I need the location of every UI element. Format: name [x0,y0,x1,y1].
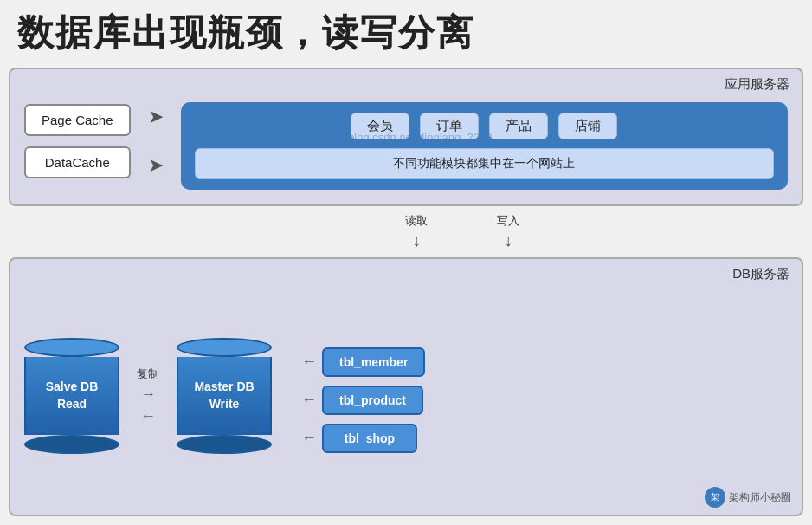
logo-text: 架构师小秘圈 [729,490,791,505]
page-title: 数据库出现瓶颈，读写分离 [9,9,803,57]
db-inner: Salve DB Read 复制 → ← [24,321,788,454]
salve-db-area: Salve DB Read [24,338,119,454]
copy-label: 复制 [137,366,159,382]
tbl-product-row: ← tbl_product [301,386,425,415]
arrow-tbl-member: ← [301,353,317,371]
arrow-icon-1: ➤ [148,106,164,128]
salve-db-label: Salve DB Read [46,379,99,412]
logo-badge: 架 架构师小秘圈 [705,487,791,508]
tbl-member-box: tbl_member [322,347,425,377]
read-label: 读取 [405,213,428,229]
master-ellipse-bottom [177,435,272,454]
salve-cylinder-body: Salve DB Read [24,357,119,435]
module-desc: 不同功能模块都集中在一个网站上 [195,148,774,179]
copy-arrows: 复制 → ← [137,366,159,425]
down-arrow-read: ↓ [412,230,421,250]
module-member: 会员 [351,113,409,139]
db-server-box: DB服务器 Salve DB Read [9,257,803,516]
tbl-shop-box: tbl_shop [322,424,417,453]
cache-column: Page Cache DataCache [24,104,131,178]
main-container: 数据库出现瓶颈，读写分离 应用服务器 Page Cache DataCache … [0,0,812,525]
salve-ellipse-top [24,338,119,357]
salve-db-cylinder: Salve DB Read [24,338,119,454]
module-product: 产品 [489,113,548,139]
down-arrow-write: ↓ [504,230,512,250]
content-area: 应用服务器 Page Cache DataCache ➤ ➤ 会员 订单 产品 … [9,68,803,516]
module-shop: 店铺 [558,113,617,139]
tbl-area: ← tbl_member ← tbl_product ← tbl_shop [301,347,425,453]
page-cache-box: Page Cache [24,104,131,136]
app-server-label: 应用服务器 [725,76,789,93]
left-arrow: ← [140,407,156,425]
arrow-icon-2: ➤ [148,154,164,177]
db-server-label: DB服务器 [732,266,789,282]
module-order: 订单 [420,113,479,139]
cache-arrows: ➤ ➤ [148,106,164,177]
master-ellipse-top [177,338,272,357]
tbl-shop-row: ← tbl_shop [301,424,425,453]
master-db-cylinder: Master DB Write [177,338,272,454]
master-db-area: Master DB Write [177,338,272,454]
write-label: 写入 [497,213,519,229]
modules-top-row: 会员 订单 产品 店铺 [195,113,774,139]
arrow-tbl-product: ← [301,391,317,409]
app-modules-box: 会员 订单 产品 店铺 不同功能模块都集中在一个网站上 [181,102,788,190]
connector-labels: 读取 ↓ 写入 ↓ [9,213,803,250]
data-cache-box: DataCache [24,146,131,178]
arrow-tbl-shop: ← [301,429,317,447]
right-arrow: → [140,386,156,404]
master-cylinder-body: Master DB Write [177,357,272,435]
master-db-label: Master DB Write [194,379,254,412]
logo-icon: 架 [705,487,725,508]
app-server-box: 应用服务器 Page Cache DataCache ➤ ➤ 会员 订单 产品 … [9,68,803,206]
salve-ellipse-bottom [24,435,119,454]
tbl-member-row: ← tbl_member [301,347,425,377]
tbl-product-box: tbl_product [322,386,423,415]
